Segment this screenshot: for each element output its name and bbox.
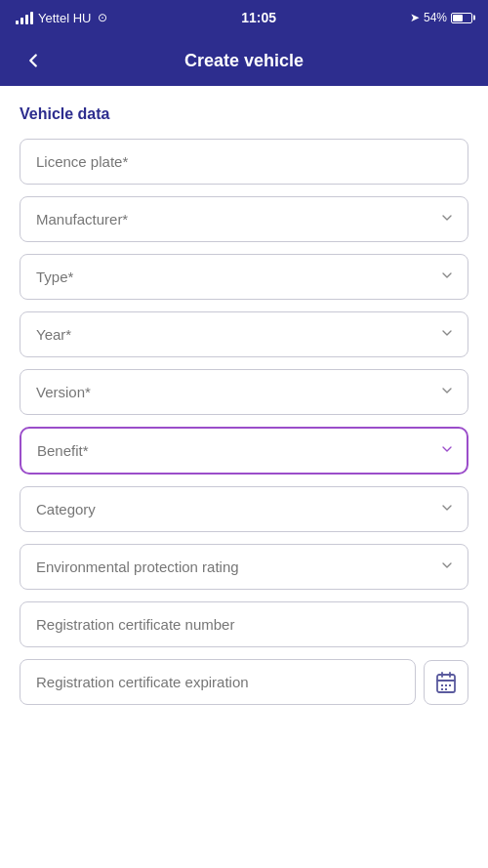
category-group: [20, 486, 468, 532]
back-button[interactable]: [16, 43, 51, 78]
svg-rect-7: [441, 688, 443, 690]
benefit-select[interactable]: [20, 427, 468, 475]
nav-bar: Create vehicle: [0, 35, 488, 86]
manufacturer-group: [20, 196, 468, 242]
status-right: ➤ 54%: [410, 11, 472, 24]
manufacturer-select[interactable]: [20, 196, 468, 242]
signal-bars: [16, 11, 33, 24]
page-title: Create vehicle: [51, 51, 437, 71]
year-select[interactable]: [20, 311, 468, 357]
reg-cert-expiration-group: [20, 659, 468, 705]
svg-rect-5: [445, 684, 447, 686]
svg-rect-4: [441, 684, 443, 686]
battery-icon: [451, 13, 472, 23]
reg-cert-expiration-input[interactable]: [20, 659, 416, 705]
date-field-wrapper: [20, 659, 468, 705]
env-protection-group: [20, 544, 468, 590]
status-left: Yettel HU ⊙: [16, 11, 107, 25]
benefit-group: [20, 427, 468, 475]
type-group: [20, 254, 468, 300]
year-group: [20, 311, 468, 357]
licence-plate-input[interactable]: [20, 139, 468, 185]
section-title: Vehicle data: [20, 105, 468, 123]
form-content: Vehicle data: [0, 86, 488, 736]
version-select[interactable]: [20, 369, 468, 415]
status-bar: Yettel HU ⊙ 11:05 ➤ 54%: [0, 0, 488, 35]
location-icon: ➤: [410, 11, 420, 24]
wifi-icon: ⊙: [98, 11, 107, 24]
status-time: 11:05: [241, 10, 276, 25]
reg-cert-number-group: [20, 601, 468, 647]
carrier-name: Yettel HU: [38, 11, 91, 25]
version-group: [20, 369, 468, 415]
licence-plate-group: [20, 139, 468, 185]
battery-percent: 54%: [424, 11, 447, 24]
type-select[interactable]: [20, 254, 468, 300]
calendar-button[interactable]: [424, 660, 468, 705]
env-protection-select[interactable]: [20, 544, 468, 590]
svg-rect-6: [449, 684, 451, 686]
category-select[interactable]: [20, 486, 468, 532]
reg-cert-number-input[interactable]: [20, 601, 468, 647]
svg-rect-8: [445, 688, 447, 690]
